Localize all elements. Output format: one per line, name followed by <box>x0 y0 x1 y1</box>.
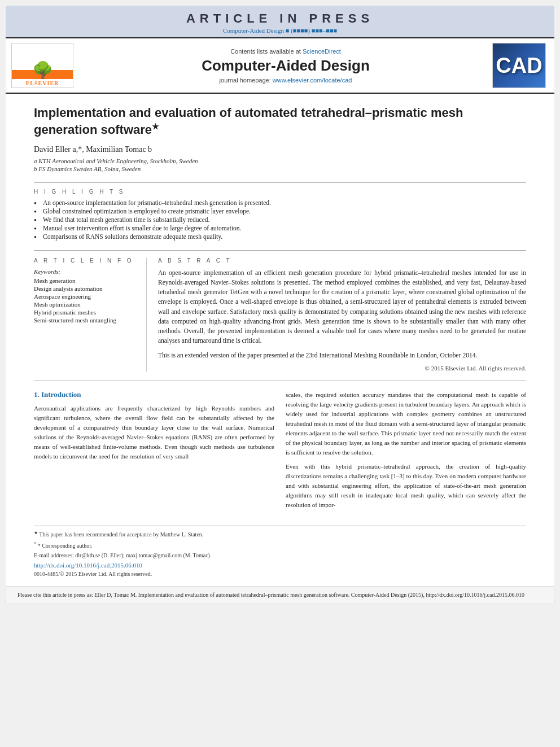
article-title-text: Implementation and evaluation of automat… <box>34 106 463 137</box>
cad-logo-container: CAD <box>492 43 549 88</box>
article-info-abstract-section: A R T I C L E I N F O Keywords: Mesh gen… <box>34 250 526 372</box>
keyword-item: Design analysis automation <box>34 285 138 292</box>
article-info-label: A R T I C L E I N F O <box>34 257 138 264</box>
bottom-citation-bar: Please cite this article in press as: El… <box>6 586 554 604</box>
citation-text: Please cite this article in press as: El… <box>18 592 524 598</box>
footnote-email: E-mail addresses: dlr@kth.se (D. Eller);… <box>34 552 526 560</box>
list-item: Global constrained optimization is emplo… <box>34 208 526 215</box>
abstract-copyright: © 2015 Elsevier Ltd. All rights reserved… <box>158 365 526 372</box>
highlights-label: H I G H L I G H T S <box>34 189 526 195</box>
article-title-star: ★ <box>152 122 159 131</box>
sciencedirect-link[interactable]: ScienceDirect <box>303 48 341 55</box>
article-title: Implementation and evaluation of automat… <box>34 105 526 138</box>
page: ARTICLE IN PRESS Computer-Aided Design ■… <box>6 6 554 604</box>
section-divider <box>34 381 526 381</box>
article-in-press-banner: ARTICLE IN PRESS Computer-Aided Design ■… <box>6 6 554 37</box>
keywords-label: Keywords: <box>34 268 138 275</box>
homepage-label: journal homepage: <box>220 77 271 84</box>
article-info-column: A R T I C L E I N F O Keywords: Mesh gen… <box>34 257 147 372</box>
elsevier-logo-container: 🌳 ELSEVIER <box>11 43 79 88</box>
highlights-section: H I G H L I G H T S An open-source imple… <box>34 182 526 240</box>
doi-line[interactable]: http://dx.doi.org/10.1016/j.cad.2015.06.… <box>34 562 526 569</box>
keyword-item: Mesh generation <box>34 277 138 284</box>
intro-paragraph-1: Aeronautical applications are frequently… <box>34 404 274 461</box>
list-item: Comparisons of RANS solutions demonstrat… <box>34 233 526 240</box>
list-item: We find that total mesh generation time … <box>34 216 526 223</box>
body-right-column: scales, the required solution accuracy m… <box>286 390 526 515</box>
sciencedirect-line: Contents lists available at ScienceDirec… <box>85 48 487 55</box>
abstract-paragraph-2: This is an extended version of the paper… <box>158 351 526 360</box>
homepage-link[interactable]: www.elsevier.com/locate/cad <box>273 77 352 84</box>
keyword-item: Semi-structured mesh untangling <box>34 317 138 324</box>
elsevier-tree-icon: 🌳 <box>32 62 53 79</box>
article-in-press-text: ARTICLE IN PRESS <box>6 11 554 26</box>
cad-logo-text: CAD <box>496 54 542 78</box>
abstract-text: An open-source implementation of an effi… <box>158 268 526 360</box>
journal-center-info: Contents lists available at ScienceDirec… <box>79 48 492 84</box>
contents-text: Contents lists available at <box>230 48 301 55</box>
authors-line: David Eller a,*, Maximilian Tomac b <box>34 145 526 154</box>
list-item: Manual user intervention effort is small… <box>34 225 526 231</box>
footnote-area: ★ This paper has been recommended for ac… <box>34 526 526 580</box>
journal-header: 🌳 ELSEVIER Contents lists available at S… <box>6 37 554 94</box>
journal-title: Computer-Aided Design <box>85 57 487 75</box>
intro-paragraph-right: scales, the required solution accuracy m… <box>286 390 526 510</box>
cad-logo: CAD <box>492 43 546 88</box>
introduction-heading: 1. Introduction <box>34 390 274 399</box>
elsevier-label: ELSEVIER <box>12 79 73 88</box>
list-item: An open-source implementation for prisma… <box>34 199 526 206</box>
issn-copyright: 0010-4485/© 2015 Elsevier Ltd. All right… <box>34 571 526 577</box>
abstract-label: A B S T R A C T <box>158 257 526 264</box>
keyword-item: Hybrid prismatic meshes <box>34 309 138 316</box>
abstract-paragraph-1: An open-source implementation of an effi… <box>158 268 526 346</box>
authors-text: David Eller a,*, Maximilian Tomac b <box>34 145 152 154</box>
main-content: Implementation and evaluation of automat… <box>6 94 554 520</box>
affiliation-b: b FS Dynamics Sweden AB, Solna, Sweden <box>34 165 526 172</box>
affiliation-a: a KTH Aeronautical and Vehicle Engineeri… <box>34 158 526 164</box>
footnote-star: ★ This paper has been recommended for ac… <box>34 530 526 539</box>
keyword-item: Aerospace engineering <box>34 293 138 300</box>
footnote-corresponding: * * Corresponding author. <box>34 541 526 550</box>
homepage-line: journal homepage: www.elsevier.com/locat… <box>85 77 487 84</box>
body-left-column: 1. Introduction Aeronautical application… <box>34 390 274 515</box>
journal-ref-line: Computer-Aided Design ■ (■■■■) ■■■–■■■ <box>6 27 554 34</box>
body-two-column: 1. Introduction Aeronautical application… <box>34 390 526 515</box>
keyword-item: Mesh optimization <box>34 301 138 308</box>
highlights-list: An open-source implementation for prisma… <box>34 199 526 240</box>
elsevier-logo: 🌳 ELSEVIER <box>11 43 73 88</box>
abstract-column: A B S T R A C T An open-source implement… <box>158 257 526 372</box>
